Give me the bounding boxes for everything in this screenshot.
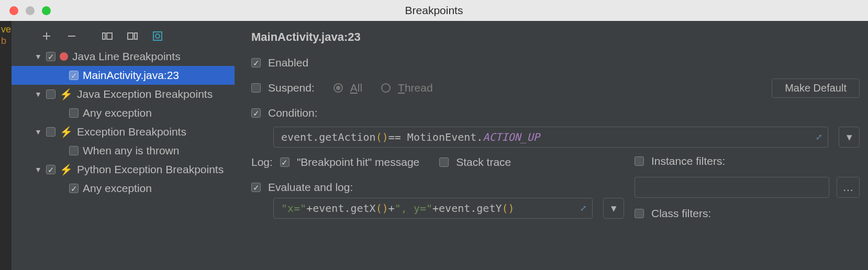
- remove-icon[interactable]: [66, 30, 77, 42]
- stack-trace-checkbox[interactable]: [439, 158, 449, 167]
- window-body: ve b: [0, 21, 868, 270]
- chevron-down-icon[interactable]: ▼: [35, 52, 42, 61]
- group-by-file-icon[interactable]: [127, 30, 138, 42]
- condition-input[interactable]: event.getAction() == MotionEvent.ACTION_…: [273, 127, 828, 148]
- breakpoints-sidebar: ▼ Java Line Breakpoints MainActivity.jav…: [12, 21, 235, 270]
- tree-group-label: Java Exception Breakpoints: [77, 88, 213, 100]
- checkbox[interactable]: [46, 127, 55, 137]
- exception-icon: ⚡: [60, 88, 73, 100]
- evaluate-label: Evaluate and log:: [268, 181, 353, 194]
- instance-filters-browse[interactable]: …: [837, 177, 860, 198]
- suspend-all-label: All: [350, 82, 362, 94]
- tree-item-label: Any exception: [83, 107, 152, 119]
- zoom-icon[interactable]: [42, 6, 51, 15]
- chevron-down-icon[interactable]: ▼: [35, 90, 42, 98]
- window-controls: [9, 6, 51, 15]
- history-dropdown[interactable]: ▾: [603, 198, 624, 219]
- instance-filters-input[interactable]: [635, 177, 829, 198]
- tree-item-selected[interactable]: MainActivity.java:23: [12, 66, 235, 85]
- checkbox[interactable]: [46, 52, 55, 61]
- condition-label: Condition:: [268, 107, 318, 119]
- filters-column: Instance filters: … Class filters:: [635, 152, 860, 223]
- tree-item-label: MainActivity.java:23: [83, 69, 179, 82]
- tree-group[interactable]: ▼ ⚡ Exception Breakpoints: [12, 122, 235, 141]
- tree-group-label: Exception Breakpoints: [77, 126, 186, 138]
- close-icon[interactable]: [9, 6, 18, 15]
- chevron-down-icon[interactable]: ▼: [35, 128, 42, 136]
- details-title: MainActivity.java:23: [251, 30, 860, 44]
- suspend-label: Suspend:: [268, 82, 315, 94]
- editor-gutter: ve b: [0, 21, 12, 270]
- tree-item-label: Any exception: [83, 182, 152, 195]
- tree-group[interactable]: ▼ ⚡ Java Exception Breakpoints: [12, 85, 235, 104]
- checkbox[interactable]: [46, 165, 55, 174]
- tree-item-label: When any is thrown: [83, 144, 179, 157]
- breakpoint-details: MainActivity.java:23 Enabled Suspend: Al…: [235, 21, 868, 270]
- checkbox[interactable]: [69, 146, 79, 155]
- condition-checkbox[interactable]: [251, 108, 261, 118]
- svg-rect-3: [135, 33, 137, 39]
- stack-trace-label: Stack trace: [456, 156, 511, 168]
- tree-item[interactable]: Any exception: [12, 104, 235, 122]
- suspend-thread-label: Thread: [398, 82, 433, 94]
- window-title: Breakpoints: [405, 4, 463, 17]
- add-icon[interactable]: [41, 30, 52, 42]
- bp-hit-checkbox[interactable]: [280, 158, 290, 167]
- tree-item[interactable]: Any exception: [12, 179, 235, 198]
- tree-group-label: Python Exception Breakpoints: [77, 163, 224, 176]
- evaluate-block: Evaluate and log: "x="+event.getX()+", y…: [251, 177, 624, 219]
- tree-group[interactable]: ▼ ⚡ Python Exception Breakpoints: [12, 160, 235, 179]
- expand-icon[interactable]: ⤢: [580, 204, 587, 213]
- enabled-row: Enabled: [251, 52, 860, 73]
- enabled-checkbox[interactable]: [251, 58, 261, 68]
- evaluate-input[interactable]: "x="+event.getX()+", y="+event.getY() ⤢: [273, 198, 593, 219]
- sidebar-toolbar: [12, 30, 235, 47]
- tree-group-label: Java Line Breakpoints: [72, 50, 181, 63]
- titlebar[interactable]: Breakpoints: [0, 0, 868, 21]
- suspend-thread-radio[interactable]: [381, 83, 391, 93]
- exception-icon: ⚡: [60, 163, 73, 176]
- enabled-label: Enabled: [268, 57, 308, 69]
- tree-item[interactable]: When any is thrown: [12, 141, 235, 160]
- instance-filters-checkbox[interactable]: [635, 156, 644, 166]
- suspend-row: Suspend: All Thread Make Default: [251, 77, 860, 98]
- checkbox[interactable]: [69, 184, 79, 193]
- class-filters-checkbox[interactable]: [635, 209, 644, 218]
- svg-rect-1: [107, 33, 112, 39]
- svg-rect-0: [103, 33, 105, 39]
- svg-rect-4: [153, 32, 162, 40]
- svg-rect-2: [128, 33, 133, 39]
- log-label: Log:: [251, 156, 273, 168]
- chevron-down-icon[interactable]: ▼: [35, 165, 42, 174]
- condition-block: Condition: event.getAction() == MotionEv…: [251, 103, 860, 148]
- exception-icon: ⚡: [60, 126, 73, 138]
- suspend-all-radio[interactable]: [333, 83, 343, 93]
- breakpoints-tree[interactable]: ▼ Java Line Breakpoints MainActivity.jav…: [12, 47, 235, 198]
- group-by-type-icon[interactable]: [102, 30, 113, 42]
- suspend-checkbox[interactable]: [251, 83, 261, 93]
- svg-point-5: [155, 34, 160, 38]
- breakpoints-window: Breakpoints ve b: [0, 0, 868, 270]
- evaluate-checkbox[interactable]: [251, 183, 261, 192]
- bp-hit-label: "Breakpoint hit" message: [297, 156, 419, 168]
- tree-group[interactable]: ▼ Java Line Breakpoints: [12, 47, 235, 66]
- minimize-icon[interactable]: [26, 6, 35, 15]
- checkbox[interactable]: [46, 89, 55, 99]
- expand-icon[interactable]: ⤢: [816, 132, 822, 142]
- log-row: Log: "Breakpoint hit" message Stack trac…: [251, 152, 624, 173]
- class-filters-label: Class filters:: [651, 207, 711, 220]
- lower-options: Log: "Breakpoint hit" message Stack trac…: [251, 152, 860, 223]
- checkbox[interactable]: [69, 108, 79, 118]
- toggle-icon[interactable]: [152, 30, 163, 42]
- history-dropdown[interactable]: ▾: [839, 127, 860, 148]
- breakpoint-dot-icon: [60, 52, 68, 61]
- instance-filters-label: Instance filters:: [651, 155, 725, 167]
- make-default-button[interactable]: Make Default: [772, 78, 860, 98]
- checkbox[interactable]: [69, 71, 79, 80]
